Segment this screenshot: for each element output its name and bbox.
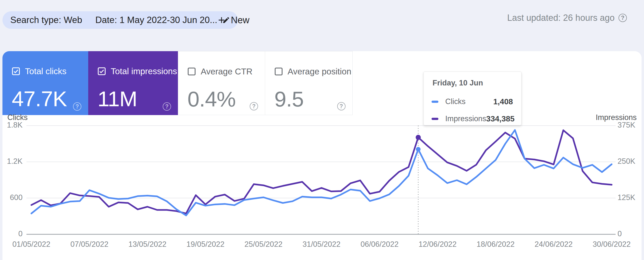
- tooltip-series-value: 334,385: [486, 114, 514, 123]
- tooltip-date: Friday, 10 Jun: [432, 79, 483, 87]
- impressions-legend-dash-icon: [432, 118, 438, 120]
- tooltip-row-impressions: Impressions 334,385: [432, 114, 513, 124]
- tooltip-row-clicks: Clicks 1,408: [432, 97, 513, 106]
- tooltip-series-label: Impressions: [445, 114, 486, 123]
- tooltip-series-label: Clicks: [445, 97, 466, 106]
- clicks-legend-dash-icon: [432, 101, 438, 103]
- tooltip-series-value: 1,408: [493, 97, 513, 106]
- chart-tooltip: Friday, 10 Jun Clicks 1,408 Impressions …: [424, 71, 522, 125]
- chart-hover-region[interactable]: [26, 126, 616, 234]
